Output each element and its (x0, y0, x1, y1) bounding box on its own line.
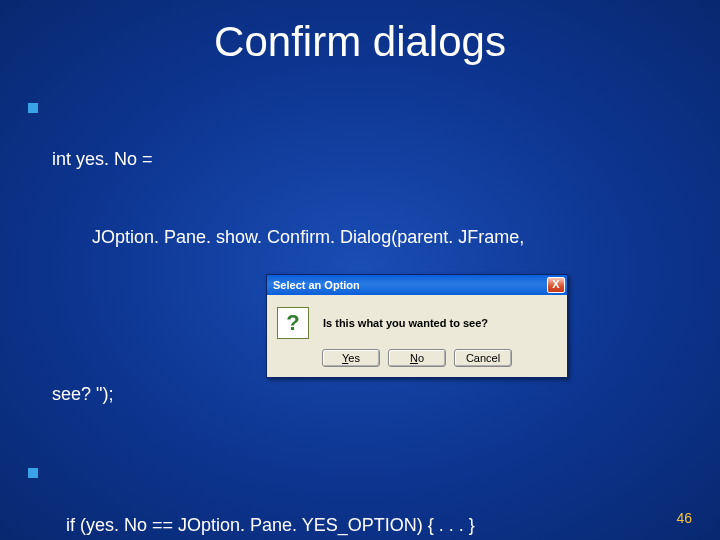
yes-button[interactable]: Yes (322, 349, 380, 367)
close-button[interactable]: X (547, 277, 565, 293)
bullet-icon (28, 468, 38, 478)
question-icon: ? (277, 307, 309, 339)
slide-title: Confirm dialogs (0, 0, 720, 66)
code-line: int yes. No = (52, 146, 696, 172)
code-line: if (yes. No == JOption. Pane. YES_OPTION… (66, 512, 696, 538)
dialog-title: Select an Option (273, 279, 360, 291)
page-number: 46 (676, 510, 692, 526)
confirm-dialog: Select an Option X ? Is this what you wa… (266, 274, 568, 378)
no-button[interactable]: No (388, 349, 446, 367)
code-line: JOption. Pane. show. Confirm. Dialog(par… (92, 224, 696, 250)
code-block-2: if (yes. No == JOption. Pane. YES_OPTION… (52, 459, 696, 540)
bullet-icon (28, 103, 38, 113)
dialog-message: Is this what you wanted to see? (323, 317, 488, 329)
cancel-button[interactable]: Cancel (454, 349, 512, 367)
dialog-button-row: Yes No Cancel (267, 345, 567, 377)
dialog-titlebar: Select an Option X (267, 275, 567, 295)
code-line: see? "); (52, 381, 696, 407)
